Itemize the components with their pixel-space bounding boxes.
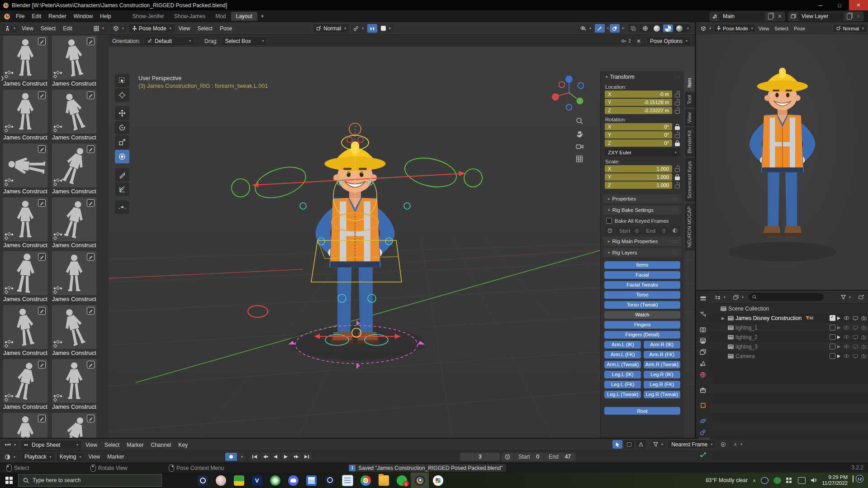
menu-item[interactable]: Marker	[104, 454, 128, 460]
shading-solid-button[interactable]	[652, 24, 662, 32]
lock-icon[interactable]	[675, 100, 680, 105]
selectability-checkbox[interactable]	[830, 344, 835, 349]
rig-layer-button[interactable]: Leg.R (FK)	[644, 381, 680, 388]
asset-item[interactable]: James Construction	[52, 305, 96, 357]
camera-view-icon[interactable]	[576, 144, 583, 150]
camera-icon[interactable]	[861, 335, 867, 340]
dope-mode-dropdown[interactable]: Dope Sheet ▾	[20, 440, 82, 450]
dope-editor-type-button[interactable]: ▾	[2, 440, 19, 449]
outliner-filter-button[interactable]: ▾	[838, 293, 854, 301]
menu-item[interactable]: Window	[70, 13, 96, 19]
snap-mode-dropdown[interactable]: Nearest Frame▾	[668, 440, 716, 449]
workspace-tab[interactable]: Layout	[231, 12, 257, 21]
menu-item[interactable]: Key	[175, 442, 191, 448]
lock-icon[interactable]	[675, 132, 680, 138]
properties-editor-type-button[interactable]	[696, 293, 710, 304]
selectability-checkbox[interactable]	[830, 334, 835, 340]
measure-tool[interactable]	[115, 182, 129, 196]
taskbar-app[interactable]	[194, 473, 212, 488]
edit-asset-icon[interactable]	[87, 91, 95, 99]
overlays-toggle[interactable]	[610, 24, 620, 33]
monitor-icon[interactable]	[853, 325, 858, 330]
asset-item[interactable]: James Construction	[52, 90, 96, 142]
asset-editor-type-button[interactable]: ▾	[2, 24, 18, 33]
edit-asset-icon[interactable]	[38, 307, 46, 315]
tray-expand-chevron-icon[interactable]: ∧	[753, 478, 756, 483]
next-keyframe-button[interactable]	[292, 453, 301, 461]
outliner-display-mode-button[interactable]: ▾	[712, 293, 728, 301]
menu-item[interactable]: Render	[45, 13, 70, 19]
asset-item[interactable]: James Construction	[3, 144, 47, 196]
sidebar-tab[interactable]: BlenderKit	[685, 127, 695, 157]
lock-icon[interactable]	[675, 108, 680, 114]
rotation-mode-dropdown[interactable]: ZXY Euler▾	[605, 148, 680, 156]
lock-icon[interactable]	[675, 140, 680, 146]
selectability-checkbox[interactable]	[830, 325, 835, 330]
pivot-point-dropdown[interactable]: ▾	[351, 24, 366, 33]
taskbar-app[interactable]	[375, 473, 393, 488]
blender-menu-icon[interactable]	[4, 13, 10, 20]
eye-icon[interactable]	[844, 344, 849, 349]
asset-item[interactable]: James Construction	[3, 413, 47, 438]
menu-item[interactable]: Select	[772, 26, 791, 31]
menu-item[interactable]: Pose	[216, 25, 236, 32]
pose-options-dropdown[interactable]: Pose Options▾	[646, 36, 691, 46]
maximize-button[interactable]: □	[830, 0, 849, 10]
select-box-tool[interactable]	[115, 74, 129, 87]
rig-layer-button[interactable]: Leg.R (Tweak)	[644, 391, 680, 398]
rig-layer-button[interactable]: Leg.L (Tweak)	[604, 391, 641, 398]
tray-grid-icon[interactable]	[786, 478, 793, 483]
camera-icon[interactable]	[861, 325, 867, 330]
menu-item[interactable]: View	[18, 25, 37, 32]
outliner-filter-type-button[interactable]: ▾	[730, 293, 746, 301]
taskbar-search[interactable]: Type here to search	[18, 474, 162, 487]
rig-layer-button[interactable]: Watch	[604, 311, 680, 319]
gizmos-toggle[interactable]	[595, 24, 605, 33]
workspace-tab[interactable]: Mod	[210, 12, 231, 21]
menu-item[interactable]: Edit	[59, 25, 76, 32]
menu-item[interactable]: Pose	[791, 26, 808, 31]
xray-toggle[interactable]	[628, 24, 638, 33]
menu-item[interactable]: Marker	[123, 442, 147, 448]
snap-settings-dropdown[interactable]: ▾	[378, 24, 394, 33]
view-layer-selector[interactable]: View Layer ✕	[788, 12, 863, 21]
edit-asset-icon[interactable]	[87, 145, 95, 153]
rig-main-panel-header[interactable]: ▸Rig Main Properties::::	[603, 237, 681, 246]
jump-to-end-button[interactable]	[302, 453, 312, 461]
menu-item[interactable]: View	[85, 454, 104, 460]
clear-keying-set-button[interactable]: ✕	[634, 37, 644, 45]
taskbar-app[interactable]	[302, 473, 320, 488]
taskbar-app[interactable]	[320, 473, 338, 488]
scale-field[interactable]: Y1.000	[605, 173, 672, 181]
sidebar-tab[interactable]: Item	[685, 75, 695, 91]
tweak-tool-button[interactable]	[612, 440, 622, 449]
sidebar-tab[interactable]: View	[685, 109, 695, 126]
shading-rendered-button[interactable]	[674, 24, 684, 32]
asset-item[interactable]: James Construction	[52, 251, 96, 303]
preview-editor-type-button[interactable]: ▾	[698, 24, 714, 33]
edit-asset-icon[interactable]	[38, 38, 46, 45]
taskbar-clock[interactable]: 9:29 PM 11/27/2022	[822, 474, 848, 486]
preview-orientation-dropdown[interactable]: Normal▾	[833, 24, 868, 33]
play-button[interactable]	[281, 453, 291, 461]
location-field[interactable]: Z-0.23222 m	[605, 107, 672, 114]
lock-icon[interactable]	[675, 91, 680, 97]
record-options-dropdown[interactable]: ▾	[238, 453, 245, 461]
close-button[interactable]: ✕	[849, 0, 868, 10]
move-tool[interactable]	[115, 106, 129, 120]
tab-view-layer-icon[interactable]	[696, 346, 710, 358]
rig-layer-button[interactable]: Arm.L (Tweak)	[604, 361, 641, 368]
asset-item[interactable]: James Construction	[3, 90, 47, 142]
rig-layer-button[interactable]: Leg.R (IK)	[644, 371, 680, 378]
sidebar-tab[interactable]: Screencast Keys	[685, 158, 695, 202]
location-field[interactable]: Y-0.15128 m	[605, 99, 672, 106]
edit-asset-icon[interactable]	[38, 145, 46, 153]
new-scene-button[interactable]	[765, 12, 775, 21]
tab-world-icon[interactable]	[696, 369, 710, 380]
annotate-tool[interactable]	[115, 168, 129, 182]
rotation-field[interactable]: X0°	[605, 123, 672, 130]
rig-layer-button[interactable]: Fingers	[604, 321, 680, 329]
edit-asset-icon[interactable]	[38, 415, 46, 422]
lock-icon[interactable]	[675, 174, 680, 180]
minimize-button[interactable]: ─	[811, 0, 830, 10]
